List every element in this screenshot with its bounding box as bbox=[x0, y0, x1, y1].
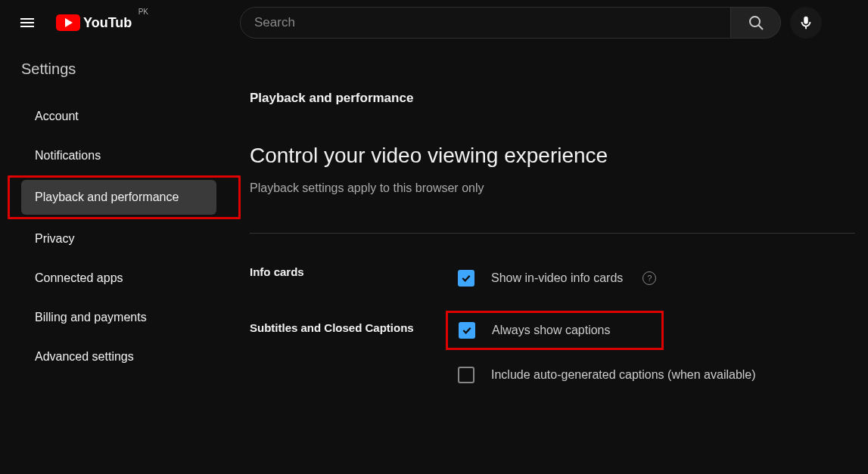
settings-sidebar: Settings Account Notifications Playback … bbox=[0, 45, 227, 417]
sidebar-item-billing[interactable]: Billing and payments bbox=[21, 300, 216, 335]
info-cards-checkbox[interactable] bbox=[458, 270, 474, 287]
page-subheading: Playback settings apply to this browser … bbox=[250, 181, 868, 195]
microphone-icon bbox=[798, 14, 814, 31]
page-heading: Control your video viewing experience bbox=[250, 144, 868, 168]
always-show-captions-checkbox[interactable] bbox=[459, 322, 475, 339]
check-icon bbox=[461, 324, 473, 336]
sidebar-item-notifications[interactable]: Notifications bbox=[21, 138, 216, 173]
highlight-playback-item: Playback and performance bbox=[8, 175, 241, 219]
check-icon bbox=[460, 272, 472, 284]
sidebar-item-playback[interactable]: Playback and performance bbox=[21, 180, 216, 215]
sidebar-item-advanced[interactable]: Advanced settings bbox=[21, 339, 216, 374]
svg-point-3 bbox=[750, 17, 760, 26]
always-show-captions-label: Always show captions bbox=[492, 324, 611, 337]
search-container bbox=[240, 7, 781, 39]
option-info-cards: Show in-video info cards ? bbox=[458, 264, 868, 293]
info-cards-label: Info cards bbox=[250, 264, 458, 293]
help-icon[interactable]: ? bbox=[642, 271, 656, 285]
app-header: YouTube PK bbox=[0, 0, 868, 45]
youtube-logo-icon: YouTube bbox=[56, 14, 132, 32]
menu-icon bbox=[18, 14, 36, 32]
option-auto-captions: Include auto-generated captions (when av… bbox=[458, 361, 868, 389]
svg-text:YouTube: YouTube bbox=[83, 15, 132, 30]
hamburger-menu-button[interactable] bbox=[12, 8, 42, 38]
search-icon bbox=[747, 14, 765, 32]
section-title: Playback and performance bbox=[250, 91, 868, 106]
section-divider bbox=[250, 233, 855, 234]
search-input[interactable] bbox=[240, 7, 731, 39]
sidebar-item-connected-apps[interactable]: Connected apps bbox=[21, 261, 216, 296]
setting-row-info-cards: Info cards Show in-video info cards ? bbox=[250, 264, 868, 293]
main-content: Playback and performance Control your vi… bbox=[227, 45, 868, 417]
auto-captions-label: Include auto-generated captions (when av… bbox=[491, 368, 756, 382]
svg-line-4 bbox=[758, 26, 763, 30]
sidebar-item-privacy[interactable]: Privacy bbox=[21, 222, 216, 256]
highlight-always-show-captions: Always show captions bbox=[446, 311, 664, 350]
setting-row-captions: Subtitles and Closed Captions Always sho… bbox=[250, 320, 868, 389]
sidebar-title: Settings bbox=[21, 60, 227, 78]
voice-search-button[interactable] bbox=[790, 7, 822, 39]
youtube-logo[interactable]: YouTube PK bbox=[56, 14, 132, 32]
search-button[interactable] bbox=[731, 7, 781, 39]
info-cards-option-label: Show in-video info cards bbox=[491, 271, 623, 285]
search-area bbox=[206, 7, 856, 39]
country-code-badge: PK bbox=[138, 8, 148, 16]
auto-captions-checkbox[interactable] bbox=[458, 367, 474, 383]
sidebar-item-account[interactable]: Account bbox=[21, 99, 216, 134]
captions-label: Subtitles and Closed Captions bbox=[250, 320, 458, 389]
